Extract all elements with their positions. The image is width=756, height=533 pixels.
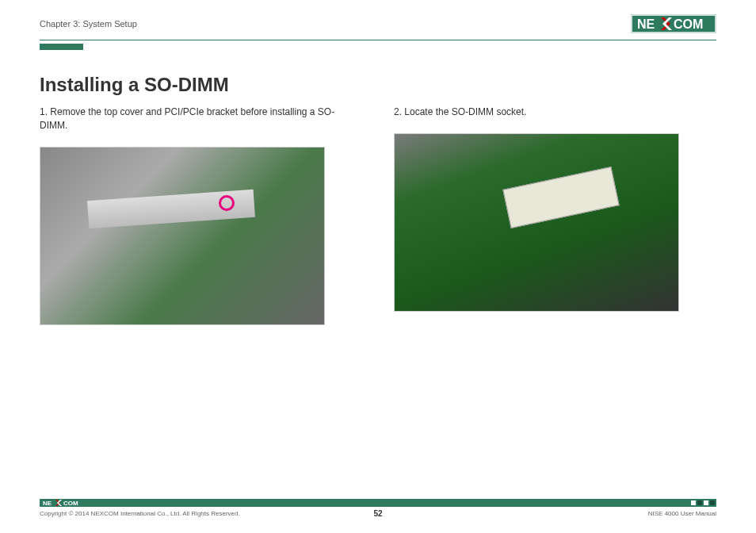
manual-name: NISE 4000 User Manual	[648, 510, 716, 517]
step-1-text: 1. Remove the top cover and PCI/PCIe bra…	[40, 105, 362, 132]
column-right: 2. Locate the SO-DIMM socket.	[394, 105, 716, 325]
logo-text-com: COM	[674, 17, 703, 31]
header-accent-bar	[40, 44, 83, 50]
footer-decoration-icon	[691, 500, 716, 505]
nexcom-logo: NE COM	[631, 14, 716, 33]
chapter-label: Chapter 3: System Setup	[40, 19, 137, 29]
column-left: 1. Remove the top cover and PCI/PCIe bra…	[40, 105, 362, 325]
footer-bar: NE COM	[40, 499, 716, 507]
logo-text-ne: NE	[637, 17, 655, 31]
page-number: 52	[373, 509, 382, 518]
content-columns: 1. Remove the top cover and PCI/PCIe bra…	[40, 105, 716, 325]
page-title: Installing a SO-DIMM	[40, 74, 716, 96]
step-2-photo	[394, 133, 679, 312]
main-content: Installing a SO-DIMM 1. Remove the top c…	[0, 50, 756, 325]
sodimm-socket-graphic	[502, 167, 619, 228]
step-1-photo	[40, 147, 325, 325]
step-2-text: 2. Locate the SO-DIMM socket.	[394, 105, 716, 119]
footer-text-row: Copyright © 2014 NEXCOM International Co…	[40, 510, 716, 517]
footer-logo: NE COM	[40, 499, 89, 507]
page-footer: NE COM Copyright © 2014 NEXCOM Internati…	[0, 499, 756, 517]
page-header: Chapter 3: System Setup NE COM	[0, 0, 756, 38]
svg-text:COM: COM	[63, 500, 78, 507]
pci-bracket-graphic	[87, 189, 255, 228]
svg-text:NE: NE	[43, 500, 52, 507]
copyright-text: Copyright © 2014 NEXCOM International Co…	[40, 510, 240, 517]
